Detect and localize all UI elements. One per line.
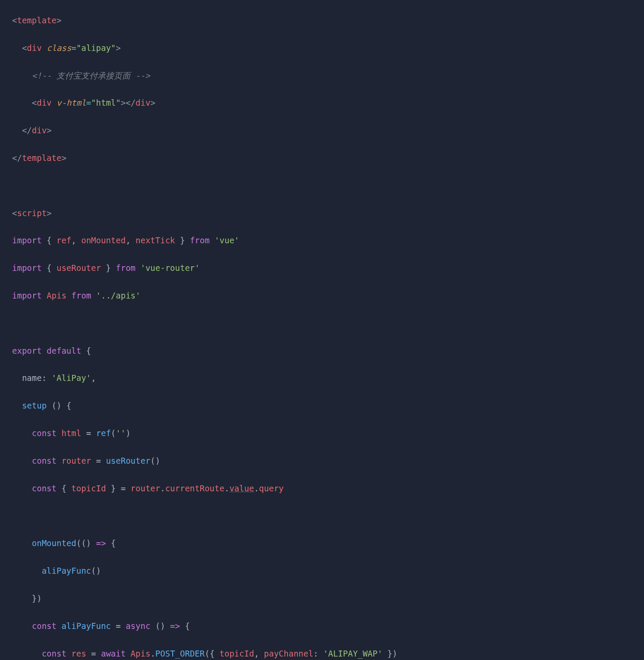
code-line: onMounted(() => { bbox=[12, 537, 644, 550]
code-line: <div class="alipay"> bbox=[12, 41, 644, 55]
code-line: </template> bbox=[12, 151, 644, 165]
code-line bbox=[12, 179, 644, 193]
code-line: const res = await Apis.POST_ORDER({ topi… bbox=[12, 647, 644, 660]
code-line: <!-- 支付宝支付承接页面 --> bbox=[12, 69, 644, 83]
code-line: export default { bbox=[12, 344, 644, 358]
code-line: }) bbox=[12, 592, 644, 606]
code-line: import { ref, onMounted, nextTick } from… bbox=[12, 234, 644, 248]
code-editor[interactable]: <template> <div class="alipay"> <!-- 支付宝… bbox=[0, 0, 644, 660]
code-line: <div v-html="html"></div> bbox=[12, 96, 644, 110]
code-line: const router = useRouter() bbox=[12, 454, 644, 468]
code-line: setup () { bbox=[12, 399, 644, 413]
code-line: import Apis from '../apis' bbox=[12, 289, 644, 303]
code-line bbox=[12, 317, 644, 330]
code-line: const html = ref('') bbox=[12, 427, 644, 440]
code-line: name: 'AliPay', bbox=[12, 371, 644, 385]
code-line: const aliPayFunc = async () => { bbox=[12, 619, 644, 633]
code-line: <template> bbox=[12, 14, 644, 28]
code-line bbox=[12, 509, 644, 523]
code-line: const { topicId } = router.currentRoute.… bbox=[12, 482, 644, 496]
code-line: aliPayFunc() bbox=[12, 564, 644, 578]
code-line: import { useRouter } from 'vue-router' bbox=[12, 261, 644, 275]
code-line: <script> bbox=[12, 207, 644, 220]
code-line: </div> bbox=[12, 124, 644, 138]
